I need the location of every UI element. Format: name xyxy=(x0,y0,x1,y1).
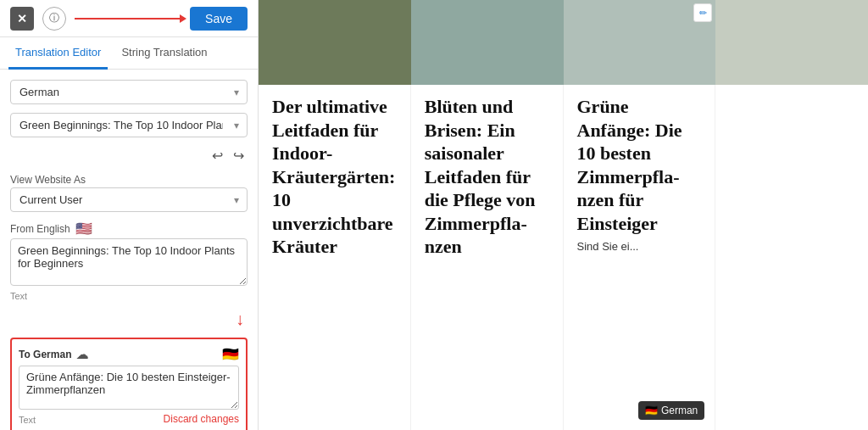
image-row: ✏ xyxy=(259,0,868,85)
panel-content: German French Spanish Green Beginnings: … xyxy=(0,70,258,430)
to-german-section: To German ☁ 🇩🇪 Grüne Anfänge: Die 10 bes… xyxy=(10,338,248,430)
save-button[interactable]: Save xyxy=(190,7,248,31)
undo-button[interactable]: ↩ xyxy=(209,146,226,165)
tab-translation-editor[interactable]: Translation Editor xyxy=(8,37,108,70)
content-cell-4 xyxy=(715,85,868,430)
cloud-icon: ☁ xyxy=(76,348,88,361)
redo-button[interactable]: ↪ xyxy=(230,146,248,165)
language-select[interactable]: German French Spanish xyxy=(10,80,248,104)
arrow-line xyxy=(75,18,181,20)
view-as-select-wrap: Current User Guest xyxy=(10,187,248,212)
de-flag: 🇩🇪 xyxy=(222,346,239,362)
to-german-field-type: Text xyxy=(19,415,36,425)
info-button[interactable]: ⓘ xyxy=(42,7,66,31)
us-flag: 🇺🇸 xyxy=(75,221,92,237)
view-website-as-label: View Website As xyxy=(10,174,248,186)
german-badge-label: German xyxy=(661,405,698,416)
language-select-wrap: German French Spanish xyxy=(10,80,248,104)
to-german-label-row: To German ☁ 🇩🇪 xyxy=(19,346,239,362)
image-cell-2 xyxy=(411,0,564,85)
page-select[interactable]: Green Beginnings: The Top 10 Indoor Plan… xyxy=(10,113,248,137)
info-icon: ⓘ xyxy=(49,11,59,25)
view-website-as-section: View Website As Current User Guest xyxy=(10,174,248,212)
image-cell-4 xyxy=(715,0,868,85)
image-cell-1 xyxy=(259,0,411,85)
to-german-textarea[interactable]: Grüne Anfänge: Die 10 besten <span class… xyxy=(19,366,239,410)
german-badge-flag: 🇩🇪 xyxy=(645,405,658,416)
undo-redo-bar: ↩ ↪ xyxy=(10,146,248,165)
cell-title-3: Grüne Anfänge: Die 10 besten Zimmerpfla­… xyxy=(577,95,702,235)
cell-excerpt-3: Sind Sie ei... xyxy=(577,240,702,253)
close-button[interactable]: ✕ xyxy=(10,7,34,31)
content-cell-1: Der ultimative Leitfaden für Indoor-Kräu… xyxy=(259,85,411,430)
tab-bar: Translation Editor String Translation xyxy=(0,37,258,70)
content-cell-2: Blüten und Brisen: Ein saisonaler Leitfa… xyxy=(411,85,564,430)
right-panel: ✏ Der ultimative Leitfaden für Indoor-Kr… xyxy=(259,0,868,430)
german-badge: 🇩🇪 German xyxy=(638,401,704,420)
top-bar: ✕ ⓘ Save xyxy=(0,0,258,37)
from-english-field-type: Text xyxy=(10,291,248,301)
content-cell-3: Grüne Anfänge: Die 10 besten Zimmerpfla­… xyxy=(564,85,716,430)
pencil-icon: ✏ xyxy=(699,8,707,19)
from-english-section: From English 🇺🇸 Green Beginnings: The To… xyxy=(10,221,248,301)
page-select-wrap: Green Beginnings: The Top 10 Indoor Plan… xyxy=(10,113,248,137)
down-arrow-icon: ↓ xyxy=(236,310,244,329)
to-german-footer: Text Discard changes xyxy=(19,413,239,425)
discard-changes-button[interactable]: Discard changes xyxy=(164,413,239,425)
edit-icon-box[interactable]: ✏ xyxy=(693,3,712,22)
arrow-hint xyxy=(75,18,181,20)
cell-title-1: Der ultimative Leitfaden für Indoor-Kräu… xyxy=(272,95,397,259)
from-english-label: From English 🇺🇸 xyxy=(10,221,248,237)
tab-string-translation[interactable]: String Translation xyxy=(114,37,214,70)
image-cell-3: ✏ xyxy=(564,0,716,85)
to-german-label: To German xyxy=(19,349,71,360)
view-as-select[interactable]: Current User Guest xyxy=(10,187,248,212)
from-english-textarea[interactable]: Green Beginnings: The Top 10 Indoor Plan… xyxy=(10,238,248,286)
down-arrow-container: ↓ xyxy=(10,310,248,329)
cell-title-2: Blüten und Brisen: Ein saisonaler Leitfa… xyxy=(425,95,549,259)
content-grid: Der ultimative Leitfaden für Indoor-Kräu… xyxy=(259,85,868,430)
left-panel: ✕ ⓘ Save Translation Editor String Trans… xyxy=(0,0,259,430)
